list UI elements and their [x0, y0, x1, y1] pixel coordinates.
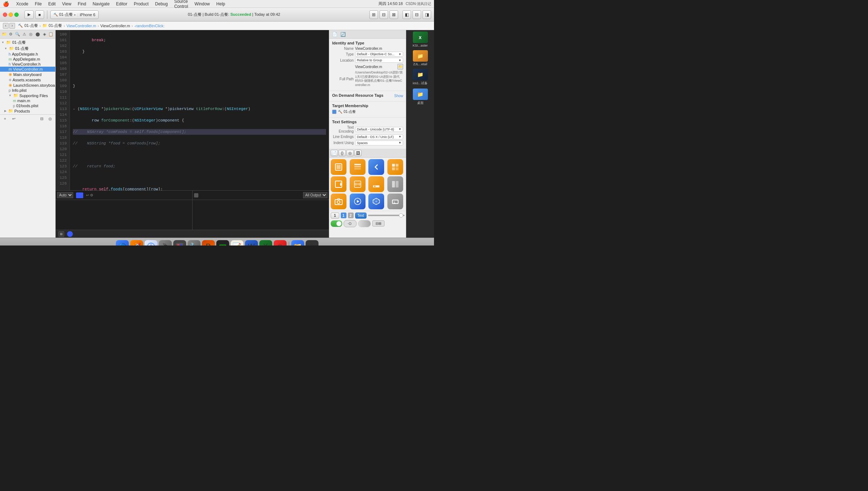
menu-debug[interactable]: Debug [153, 1, 170, 6]
breadcrumb-item-1[interactable]: 🔨 [18, 23, 23, 28]
tree-item-foods-plist[interactable]: p 01foods.plist [0, 103, 55, 108]
all-output-selector[interactable]: All Output [303, 192, 327, 198]
desktop-table[interactable]: 📁 桌面 [406, 87, 434, 107]
sidebar-issue-icon[interactable]: ⚠ [22, 31, 27, 38]
menu-help[interactable]: Help [214, 1, 227, 6]
menu-navigate[interactable]: Navigate [90, 1, 112, 6]
obj-lib-file-btn[interactable]: 📄 [331, 150, 338, 156]
menu-xcode[interactable]: Xcode [14, 1, 30, 6]
run-button[interactable]: ▶ [24, 10, 34, 19]
spinner-widget[interactable] [344, 220, 357, 227]
sidebar-breakpoint-icon[interactable]: ◈ [42, 31, 47, 38]
dock-terminal[interactable]: ⌨ [216, 240, 229, 246]
tree-item-assets[interactable]: ◈ Assets.xcassets [0, 77, 55, 82]
add-file-btn[interactable]: + [1, 115, 9, 122]
menu-file[interactable]: File [33, 1, 44, 6]
insp-file-icon[interactable]: 📄 [332, 32, 338, 37]
dock-textedit[interactable]: 📝 [231, 240, 244, 246]
sidebar-test-icon[interactable]: ◎ [28, 31, 34, 38]
dock-launchpad[interactable]: 🚀 [130, 240, 143, 246]
tree-item-info-plist[interactable]: p Info.plist [0, 88, 55, 93]
dock-finder[interactable]: 🔵 [116, 240, 129, 246]
traffic-light-maximize[interactable] [14, 13, 19, 17]
menu-view[interactable]: View [60, 1, 74, 6]
editor-standard-btn[interactable]: ⊞ [369, 10, 378, 19]
dock-finder-2[interactable]: 📁 [291, 240, 304, 246]
control-tabbar[interactable] [368, 176, 384, 192]
breadcrumb-2[interactable]: 📁 [42, 23, 47, 28]
slider-widget[interactable] [368, 215, 405, 216]
editor-version-btn[interactable]: ⊠ [390, 10, 398, 19]
scheme-selector[interactable]: 🔨 01-点餐 ▸ | iPhone 6 [50, 10, 99, 19]
breadcrumb-method-file[interactable]: ViewController.m [100, 24, 130, 28]
type-dropdown[interactable]: Default - Objective-C So... ▼ [355, 52, 403, 57]
breadcrumb-forward[interactable]: › [9, 23, 15, 29]
menu-editor[interactable]: Editor [114, 1, 129, 6]
btn-num-2[interactable]: 2 [348, 213, 354, 218]
target-checkbox[interactable] [332, 110, 336, 114]
dock-word[interactable]: W [245, 240, 258, 246]
editor-bottom-left-icon[interactable]: ⊞ [58, 231, 64, 237]
dock-pycharm[interactable]: P [202, 240, 215, 246]
dock-excel[interactable]: X [259, 240, 272, 246]
sidebar-folder-icon[interactable]: 📁 [1, 31, 7, 38]
auto-selector[interactable]: Auto [57, 192, 73, 198]
breadcrumb-group[interactable]: 01-点餐 [49, 23, 62, 28]
right-panel-btn[interactable]: ◨ [423, 10, 431, 19]
encoding-dropdown[interactable]: Default - Unicode (UTF-8) ▼ [355, 127, 403, 132]
code-content[interactable]: 100 101 102 103 104 105 106 107 108 109 … [56, 30, 329, 190]
menu-product[interactable]: Product [132, 1, 151, 6]
indent-dropdown[interactable]: Spaces ▼ [355, 140, 403, 146]
menu-edit[interactable]: Edit [46, 1, 58, 6]
control-view[interactable] [331, 159, 346, 175]
sidebar-report-icon[interactable]: 📋 [48, 31, 54, 38]
dock-safari[interactable] [145, 240, 157, 246]
sidebar-debug-icon[interactable]: ⬤ [35, 31, 41, 38]
sidebar-history-btn[interactable]: ↩ [10, 115, 17, 122]
control-back[interactable] [368, 159, 384, 175]
tree-item-main-m[interactable]: m main.m [0, 98, 55, 103]
stop-button[interactable]: ■ [35, 10, 44, 19]
menu-find[interactable]: Find [76, 1, 88, 6]
menu-source-control[interactable]: Source Control [172, 0, 190, 9]
tree-item-supporting[interactable]: ▼ 📁 Supporting Files [0, 93, 55, 98]
dock-xmind[interactable]: ✳ [274, 240, 287, 246]
choose-file-btn[interactable]: 📁 [397, 64, 403, 70]
location-dropdown[interactable]: Relative to Group ▼ [355, 58, 403, 63]
sidebar-filter-btn[interactable]: ⊟ [38, 115, 45, 122]
control-pickercontainer[interactable] [350, 176, 365, 192]
sidebar-find-icon[interactable]: 🔍 [15, 31, 20, 38]
bottom-panel-btn[interactable]: ⊟ [412, 10, 421, 19]
code-lines[interactable]: break; } } - (NSString *)pickerView:(UIP… [70, 30, 329, 190]
obj-lib-obj-btn[interactable]: ◎ [346, 150, 354, 156]
dock-mouse[interactable]: 🖱 [159, 240, 172, 246]
text-widget[interactable]: Text [355, 213, 367, 219]
control-splitview[interactable] [387, 176, 403, 192]
toggle-widget[interactable] [331, 220, 342, 227]
insp-history-icon[interactable]: 🔄 [340, 32, 346, 37]
output-icon[interactable] [194, 193, 198, 197]
control-mediaplayer[interactable] [350, 194, 365, 209]
tree-root[interactable]: ▼ 📁 01-点餐 [0, 39, 55, 46]
left-panel-btn[interactable]: ◧ [402, 10, 411, 19]
tree-item-viewcontroller-h[interactable]: h ViewController.h [0, 62, 55, 67]
control-collectionview[interactable] [387, 159, 403, 175]
button-widget[interactable]: 1 [331, 213, 339, 219]
traffic-light-close[interactable] [3, 13, 7, 17]
desktop-ksi[interactable]: x KSI...aster [406, 30, 434, 49]
tree-item-01-folder[interactable]: ▼ 📁 01-点餐 [0, 46, 55, 52]
tree-item-main-storyboard[interactable]: ◉ Main.storyboard [0, 72, 55, 77]
control-camera[interactable] [331, 194, 346, 209]
traffic-light-minimize[interactable] [9, 13, 13, 17]
control-glkview[interactable]: L [387, 194, 403, 209]
breadcrumb-back[interactable]: ‹ [3, 23, 9, 29]
dock-photos[interactable] [173, 240, 186, 246]
sidebar-source-icon[interactable]: ⚙ [8, 31, 14, 38]
editor-assistant-btn[interactable]: ⊟ [379, 10, 388, 19]
obj-lib-media-btn[interactable]: 🖼 [354, 150, 362, 156]
line-endings-dropdown[interactable]: Default - OS X / Unix (LF) ▼ [355, 134, 403, 139]
control-tableview[interactable] [350, 159, 365, 175]
control-scrollview[interactable] [331, 176, 346, 192]
sidebar-more-btn[interactable]: ◎ [47, 115, 54, 122]
btn-num-1[interactable]: 1 [341, 213, 346, 218]
